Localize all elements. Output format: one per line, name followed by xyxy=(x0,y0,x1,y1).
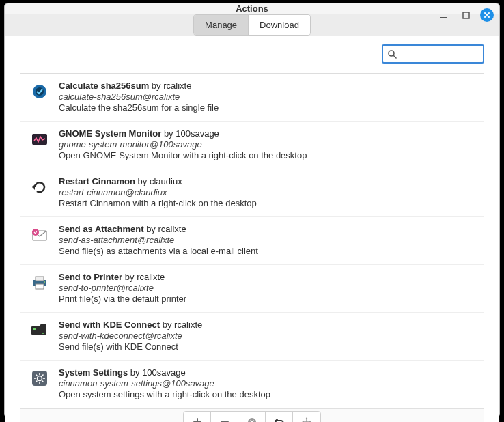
minimize-button[interactable] xyxy=(436,8,451,23)
svg-rect-17 xyxy=(33,328,36,330)
titlebar: Actions xyxy=(5,3,499,14)
item-body: Send to Printer by rcalixte send-to-prin… xyxy=(59,272,474,304)
list-item[interactable]: GNOME System Monitor by 100savage gnome-… xyxy=(20,122,484,169)
svg-rect-14 xyxy=(31,326,41,335)
list-item[interactable]: Send with KDE Connect by rcalixte send-w… xyxy=(20,313,484,361)
item-id: send-with-kdeconnect@rcalixte xyxy=(59,330,474,341)
svg-point-16 xyxy=(42,333,44,334)
svg-point-13 xyxy=(44,281,45,283)
toolbar: Manage Download xyxy=(5,14,499,36)
item-author: rcalixte xyxy=(137,272,165,282)
action-button-group xyxy=(183,411,321,423)
reset-button[interactable] xyxy=(266,412,293,423)
item-name: System Settings xyxy=(59,367,128,378)
item-name: GNOME System Monitor xyxy=(59,128,161,139)
item-id: send-as-attachment@rcalixte xyxy=(59,235,474,245)
settings-icon xyxy=(30,369,49,388)
disable-button[interactable] xyxy=(238,412,266,423)
item-title: Calculate sha256sum by rcalixte xyxy=(59,81,474,91)
close-icon xyxy=(484,12,490,18)
actions-list[interactable]: Calculate sha256sum by rcalixte calculat… xyxy=(20,73,484,408)
item-desc: Calculate the sha256sum for a single fil… xyxy=(59,102,474,113)
svg-marker-29 xyxy=(305,417,308,419)
item-desc: Send file(s) as attachments via a local … xyxy=(59,246,474,256)
tab-manage[interactable]: Manage xyxy=(194,15,249,35)
item-title: GNOME System Monitor by 100savage xyxy=(59,128,474,139)
search-box[interactable] xyxy=(382,44,484,64)
item-title: Send with KDE Connect by rcalixte xyxy=(59,320,474,330)
item-author: rcalixte xyxy=(158,224,186,234)
svg-point-9 xyxy=(32,229,39,236)
window-controls xyxy=(436,8,494,23)
svg-rect-0 xyxy=(440,17,447,18)
app-window: Actions Manage Download xyxy=(4,3,500,418)
search-icon xyxy=(387,49,397,59)
monitor-icon xyxy=(30,130,49,149)
svg-point-5 xyxy=(36,87,44,96)
by-label: by xyxy=(138,176,148,186)
restart-icon xyxy=(30,178,49,197)
maximize-button[interactable] xyxy=(458,8,473,23)
svg-rect-12 xyxy=(36,284,44,289)
kdeconnect-icon xyxy=(30,321,49,340)
minus-icon xyxy=(220,417,229,423)
move-icon xyxy=(302,417,311,423)
item-id: cinnamon-system-settings@100savage xyxy=(59,378,474,389)
item-author: rcalixte xyxy=(174,320,202,330)
move-button[interactable] xyxy=(293,412,320,423)
attachment-icon xyxy=(30,225,49,244)
item-title: Send to Printer by rcalixte xyxy=(59,272,474,282)
item-desc: Print file(s) via the default printer xyxy=(59,294,474,304)
item-body: Restart Cinnamon by claudiux restart-cin… xyxy=(59,176,474,208)
by-label: by xyxy=(125,272,135,282)
tab-download[interactable]: Download xyxy=(249,15,310,35)
calc-icon xyxy=(30,82,49,101)
item-body: Calculate sha256sum by rcalixte calculat… xyxy=(59,81,474,113)
list-item[interactable]: Restart Cinnamon by claudiux restart-cin… xyxy=(20,169,484,217)
by-label: by xyxy=(163,320,172,330)
svg-rect-1 xyxy=(463,12,469,18)
item-body: GNOME System Monitor by 100savage gnome-… xyxy=(59,128,474,160)
item-id: gnome-system-monitor@100savage xyxy=(59,139,474,150)
item-desc: Open system settings with a right-click … xyxy=(59,389,474,399)
item-author: rcalixte xyxy=(163,81,191,91)
item-desc: Open GNOME System Monitor with a right-c… xyxy=(59,150,474,160)
list-item[interactable]: Send to Printer by rcalixte send-to-prin… xyxy=(20,265,484,313)
content-area: Calculate sha256sum by rcalixte calculat… xyxy=(5,36,499,422)
search-input[interactable] xyxy=(403,49,479,59)
minimize-icon xyxy=(440,11,448,19)
item-id: send-to-printer@rcalixte xyxy=(59,283,474,293)
item-name: Send to Printer xyxy=(59,272,122,282)
svg-line-3 xyxy=(393,55,396,58)
add-button[interactable] xyxy=(184,412,211,423)
item-author: 100savage xyxy=(176,128,219,139)
item-title: Restart Cinnamon by claudiux xyxy=(59,176,474,186)
close-button[interactable] xyxy=(480,8,494,22)
item-author: 100savage xyxy=(142,367,186,378)
item-desc: Restart Cinnamon with a right-click on t… xyxy=(59,198,474,208)
item-name: Restart Cinnamon xyxy=(59,176,135,186)
by-label: by xyxy=(130,367,140,378)
item-name: Send as Attachment xyxy=(59,224,144,234)
item-title: Send as Attachment by rcalixte xyxy=(59,224,474,234)
by-label: by xyxy=(146,224,156,234)
by-label: by xyxy=(152,81,161,91)
list-item[interactable]: Send as Attachment by rcalixte send-as-a… xyxy=(20,217,484,265)
item-body: Send with KDE Connect by rcalixte send-w… xyxy=(59,320,474,352)
plus-icon xyxy=(193,417,202,423)
cancel-icon xyxy=(247,417,257,423)
bottombar xyxy=(20,408,484,422)
tab-group: Manage Download xyxy=(193,14,311,36)
item-author: claudiux xyxy=(150,176,182,186)
item-name: Calculate sha256sum xyxy=(59,81,149,91)
undo-icon xyxy=(274,417,285,423)
list-item[interactable]: Calculate sha256sum by rcalixte calculat… xyxy=(20,74,484,122)
search-row xyxy=(20,44,484,64)
window-title: Actions xyxy=(236,3,268,14)
printer-icon xyxy=(30,273,49,292)
list-item[interactable]: System Settings by 100savage cinnamon-sy… xyxy=(20,361,484,408)
remove-button[interactable] xyxy=(211,412,238,423)
item-body: System Settings by 100savage cinnamon-sy… xyxy=(59,367,474,399)
svg-rect-11 xyxy=(36,277,44,281)
item-id: restart-cinnamon@claudiux xyxy=(59,187,474,197)
